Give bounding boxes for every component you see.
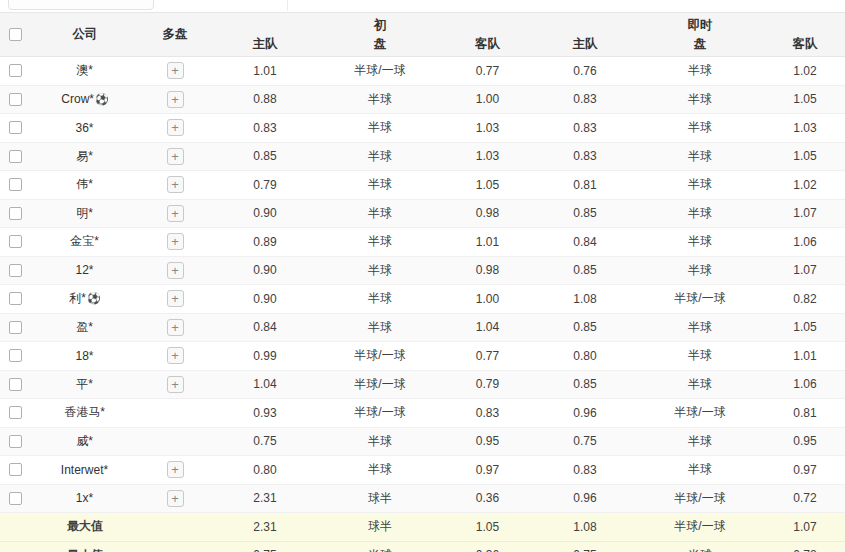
- soccer-ball-icon: ⚽: [87, 292, 101, 305]
- row-checkbox[interactable]: [9, 492, 22, 505]
- row-checkbox[interactable]: [9, 378, 22, 391]
- expand-plus-button[interactable]: +: [167, 376, 184, 393]
- multi-odds-cell: +: [140, 119, 210, 136]
- row-checkbox-cell: [0, 264, 30, 277]
- live-away-odds: 1.03: [765, 121, 845, 135]
- initial-handicap-line: 球半: [320, 490, 440, 507]
- row-checkbox-cell: [0, 235, 30, 248]
- expand-plus-button[interactable]: +: [167, 62, 184, 79]
- header-company: 公司: [30, 25, 140, 44]
- company-name: 1x*: [76, 491, 93, 505]
- row-checkbox[interactable]: [9, 93, 22, 106]
- expand-plus-button[interactable]: +: [167, 461, 184, 478]
- row-checkbox[interactable]: [9, 463, 22, 476]
- initial-home-odds: 1.01: [210, 64, 320, 78]
- initial-home-odds: 0.89: [210, 235, 320, 249]
- expand-plus-button[interactable]: +: [167, 176, 184, 193]
- initial-home-odds: 0.84: [210, 320, 320, 334]
- company-name: 盈*: [76, 320, 93, 334]
- table-row: 36* + 0.83 半球 1.03 0.83 半球 1.03: [0, 114, 845, 143]
- expand-plus-button[interactable]: +: [167, 205, 184, 222]
- live-handicap-line: 半球/一球: [635, 490, 765, 507]
- row-checkbox[interactable]: [9, 207, 22, 220]
- multi-odds-cell: +: [140, 148, 210, 165]
- expand-plus-button[interactable]: +: [167, 490, 184, 507]
- live-home-odds: 0.80: [535, 349, 635, 363]
- expand-plus-button[interactable]: +: [167, 91, 184, 108]
- live-handicap-line: 半球: [635, 347, 765, 364]
- live-home-odds: 0.81: [535, 178, 635, 192]
- initial-home-odds: 0.90: [210, 292, 320, 306]
- live-away-odds: 0.82: [765, 292, 845, 306]
- company-cell: 利*⚽: [30, 290, 140, 307]
- expand-plus-button[interactable]: +: [167, 319, 184, 336]
- expand-plus-button[interactable]: +: [167, 347, 184, 364]
- multi-odds-cell: +: [140, 490, 210, 507]
- company-cell: 12*: [30, 263, 140, 277]
- initial-home-odds: 0.93: [210, 406, 320, 420]
- table-row: 1x* + 2.31 球半 0.36 0.96 半球/一球 0.72: [0, 485, 845, 514]
- row-checkbox[interactable]: [9, 406, 22, 419]
- expand-plus-button[interactable]: +: [167, 119, 184, 136]
- summary-live-handicap: 半球/一球: [635, 518, 765, 535]
- live-away-odds: 1.05: [765, 149, 845, 163]
- row-checkbox[interactable]: [9, 349, 22, 362]
- live-away-odds: 0.81: [765, 406, 845, 420]
- live-handicap-line: 半球: [635, 148, 765, 165]
- odds-comparison-page: 公司 多盘 主队 初 盘 客队 主队 即时 盘 客队: [0, 0, 845, 552]
- clipped-toolbar-button: [8, 0, 154, 10]
- row-checkbox[interactable]: [9, 235, 22, 248]
- live-handicap-line: 半球: [635, 262, 765, 279]
- row-checkbox[interactable]: [9, 321, 22, 334]
- table-row: 平* + 1.04 半球/一球 0.79 0.85 半球 1.06: [0, 371, 845, 400]
- company-cell: 威*: [30, 433, 140, 450]
- header-initial-home: 主队: [210, 16, 320, 54]
- expand-plus-button[interactable]: +: [167, 233, 184, 250]
- select-all-cell: [0, 28, 30, 41]
- expand-plus-button[interactable]: +: [167, 148, 184, 165]
- initial-away-odds: 1.03: [440, 121, 535, 135]
- company-name: 金宝*: [70, 234, 99, 248]
- company-name: 易*: [76, 149, 93, 163]
- initial-away-odds: 1.05: [440, 178, 535, 192]
- initial-away-odds: 0.98: [440, 206, 535, 220]
- company-name: Interwet*: [61, 463, 108, 477]
- summary-initial-away: 0.36: [440, 548, 535, 552]
- live-home-odds: 0.83: [535, 121, 635, 135]
- live-away-odds: 1.02: [765, 64, 845, 78]
- expand-plus-button[interactable]: +: [167, 290, 184, 307]
- row-checkbox[interactable]: [9, 150, 22, 163]
- table-row: Interwet* + 0.80 半球 0.97 0.83 半球 0.97: [0, 456, 845, 485]
- live-home-odds: 0.83: [535, 149, 635, 163]
- row-checkbox-cell: [0, 492, 30, 505]
- initial-handicap-line: 半球/一球: [320, 404, 440, 421]
- row-checkbox[interactable]: [9, 435, 22, 448]
- initial-away-odds: 1.00: [440, 92, 535, 106]
- row-checkbox[interactable]: [9, 264, 22, 277]
- live-home-odds: 0.85: [535, 206, 635, 220]
- table-row: 明* + 0.90 半球 0.98 0.85 半球 1.07: [0, 200, 845, 229]
- initial-handicap-line: 半球: [320, 319, 440, 336]
- multi-odds-cell: +: [140, 176, 210, 193]
- row-checkbox[interactable]: [9, 178, 22, 191]
- initial-home-odds: 1.04: [210, 377, 320, 391]
- initial-handicap-line: 半球/一球: [320, 347, 440, 364]
- select-all-checkbox[interactable]: [9, 28, 22, 41]
- company-name: 利*: [69, 291, 86, 305]
- row-checkbox[interactable]: [9, 292, 22, 305]
- row-checkbox-cell: [0, 178, 30, 191]
- row-checkbox[interactable]: [9, 121, 22, 134]
- row-checkbox-cell: [0, 321, 30, 334]
- live-away-odds: 0.72: [765, 491, 845, 505]
- company-name: 平*: [76, 377, 93, 391]
- header-live-handicap: 即时 盘: [635, 16, 765, 54]
- initial-away-odds: 0.83: [440, 406, 535, 420]
- summary-initial-home: 0.75: [210, 548, 320, 552]
- table-row: 金宝* + 0.89 半球 1.01 0.84 半球 1.06: [0, 228, 845, 257]
- live-home-odds: 0.75: [535, 434, 635, 448]
- summary-label: 最大值: [30, 518, 140, 535]
- table-row: 伟* + 0.79 半球 1.05 0.81 半球 1.02: [0, 171, 845, 200]
- expand-plus-button[interactable]: +: [167, 262, 184, 279]
- company-cell: 香港马*: [30, 404, 140, 421]
- row-checkbox[interactable]: [9, 64, 22, 77]
